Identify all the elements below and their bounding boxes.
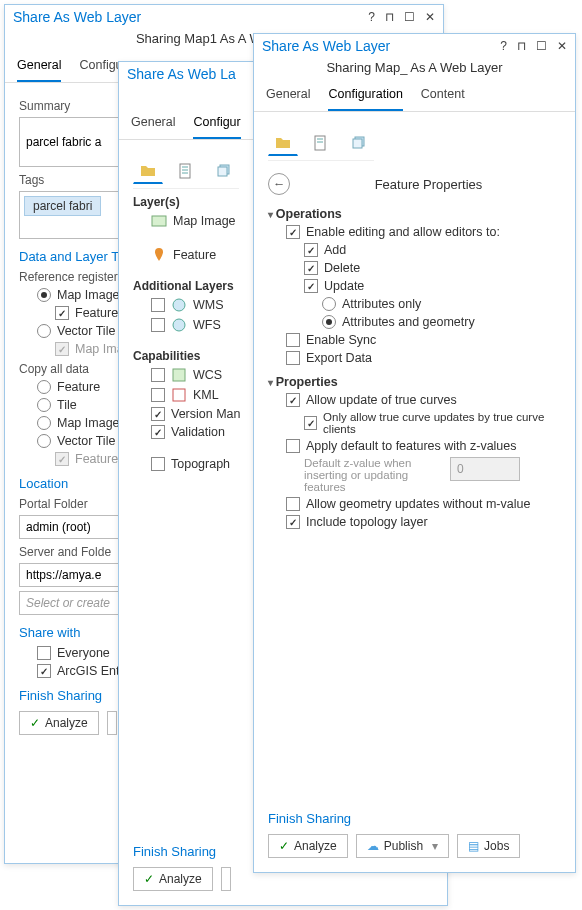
doc-icon[interactable]	[171, 158, 201, 184]
analyze-button[interactable]: ✓Analyze	[19, 711, 99, 735]
check-allow-m[interactable]: Allow geometry updates without m-value	[286, 497, 561, 511]
checkbox-icon	[37, 646, 51, 660]
folder-icon[interactable]	[268, 130, 298, 156]
radio-icon	[37, 416, 51, 430]
tab-bar: General Configuration Content	[254, 81, 575, 112]
radio-icon	[322, 297, 336, 311]
partial-button[interactable]	[221, 867, 231, 891]
tab-content[interactable]: Content	[421, 81, 465, 111]
checkbox-icon	[286, 333, 300, 347]
close-icon[interactable]: ✕	[425, 10, 435, 24]
stack-icon[interactable]	[209, 158, 239, 184]
radio-icon	[37, 288, 51, 302]
section-finish: Finish Sharing	[268, 811, 561, 826]
check-apply-z[interactable]: Apply default to features with z-values	[286, 439, 561, 453]
config-layer-icons	[133, 150, 239, 189]
maximize-icon[interactable]: ☐	[536, 39, 547, 53]
z-value-input	[450, 457, 520, 481]
checkbox-icon	[304, 279, 318, 293]
svg-rect-10	[173, 389, 185, 401]
radio-icon	[37, 324, 51, 338]
radio-icon	[37, 398, 51, 412]
close-icon[interactable]: ✕	[557, 39, 567, 53]
jobs-button[interactable]: ▤Jobs	[457, 834, 520, 858]
check-update[interactable]: Update	[304, 279, 561, 293]
checkbox-icon	[151, 318, 165, 332]
check-add[interactable]: Add	[304, 243, 561, 257]
check-enable-sync[interactable]: Enable Sync	[286, 333, 561, 347]
back-button[interactable]: ←	[268, 173, 290, 195]
analyze-button[interactable]: ✓Analyze	[268, 834, 348, 858]
window-front: Share As Web Layer ? ⊓ ☐ ✕ Sharing Map_ …	[253, 33, 576, 873]
help-icon[interactable]: ?	[368, 10, 375, 24]
svg-rect-15	[353, 139, 362, 148]
checkbox-icon	[151, 457, 165, 471]
titlebar: Share As Web Layer ? ⊓ ☐ ✕	[254, 34, 575, 58]
checkbox-icon	[286, 439, 300, 453]
titlebar: Share As Web Layer ? ⊓ ☐ ✕	[5, 5, 443, 29]
svg-point-8	[173, 319, 185, 331]
pin-icon[interactable]: ⊓	[517, 39, 526, 53]
checkbox-icon	[304, 261, 318, 275]
maximize-icon[interactable]: ☐	[404, 10, 415, 24]
doc-icon[interactable]	[306, 130, 336, 156]
window-title: Share As Web Layer	[13, 9, 358, 25]
folder-icon[interactable]	[133, 158, 163, 184]
tab-general[interactable]: General	[266, 81, 310, 111]
checkbox-icon	[151, 298, 165, 312]
tab-general[interactable]: General	[131, 109, 175, 139]
radio-attrs-only[interactable]: Attributes only	[322, 297, 561, 311]
checkbox-icon	[304, 243, 318, 257]
config-layer-icons	[268, 122, 374, 161]
checkbox-icon	[286, 515, 300, 529]
tag-chip[interactable]: parcel fabri	[24, 196, 101, 216]
checkbox-icon	[286, 351, 300, 365]
checkbox-icon	[151, 425, 165, 439]
check-export-data[interactable]: Export Data	[286, 351, 561, 365]
tab-general[interactable]: General	[17, 52, 61, 82]
radio-icon	[37, 434, 51, 448]
operations-heading[interactable]: Operations	[268, 207, 561, 221]
stack-icon[interactable]	[344, 130, 374, 156]
radio-attrs-geom[interactable]: Attributes and geometry	[322, 315, 561, 329]
z-value-row: Default z-value when inserting or updati…	[304, 457, 561, 493]
check-icon: ✓	[144, 872, 154, 886]
tab-config[interactable]: Configuration	[328, 81, 402, 111]
check-enable-editing[interactable]: Enable editing and allow editors to:	[286, 225, 561, 239]
kml-icon	[171, 387, 187, 403]
check-delete[interactable]: Delete	[304, 261, 561, 275]
checkbox-icon	[286, 497, 300, 511]
checkbox-icon	[151, 388, 165, 402]
pin-icon[interactable]: ⊓	[385, 10, 394, 24]
partial-button[interactable]	[107, 711, 117, 735]
checkbox-icon	[151, 368, 165, 382]
cloud-icon: ☁	[367, 839, 379, 853]
checkbox-icon	[55, 342, 69, 356]
chevron-down-icon: ▾	[432, 839, 438, 853]
analyze-button[interactable]: ✓Analyze	[133, 867, 213, 891]
checkbox-icon	[286, 225, 300, 239]
check-icon: ✓	[30, 716, 40, 730]
svg-rect-9	[173, 369, 185, 381]
check-include-topo[interactable]: Include topology layer	[286, 515, 561, 529]
check-true-curves[interactable]: Allow update of true curves	[286, 393, 561, 407]
checkbox-icon	[55, 452, 69, 466]
checkbox-icon	[151, 407, 165, 421]
checkbox-icon	[55, 306, 69, 320]
publish-button[interactable]: ☁Publish▾	[356, 834, 449, 858]
z-label: Default z-value when inserting or updati…	[304, 457, 444, 493]
svg-rect-5	[218, 167, 227, 176]
checkbox-icon	[37, 664, 51, 678]
check-icon: ✓	[279, 839, 289, 853]
tab-config[interactable]: Configur	[193, 109, 240, 139]
globe-icon	[171, 297, 187, 313]
radio-icon	[37, 380, 51, 394]
svg-rect-0	[180, 164, 190, 178]
help-icon[interactable]: ?	[500, 39, 507, 53]
list-icon: ▤	[468, 839, 479, 853]
checkbox-icon	[286, 393, 300, 407]
check-only-true-curve[interactable]: Only allow true curve updates by true cu…	[304, 411, 561, 435]
page-heading: Feature Properties	[296, 177, 561, 192]
radio-icon	[322, 315, 336, 329]
properties-heading[interactable]: Properties	[268, 375, 561, 389]
